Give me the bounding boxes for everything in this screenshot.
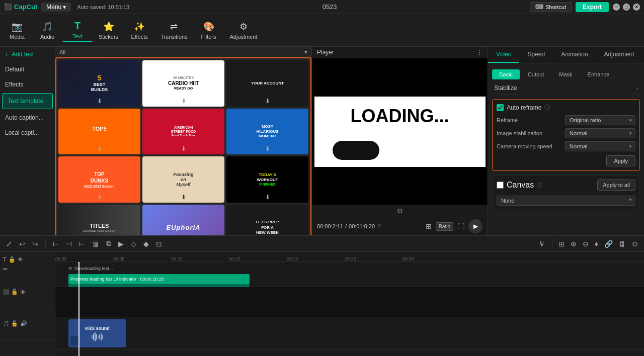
- cursor-tool-button[interactable]: ⤢: [4, 239, 14, 249]
- playhead[interactable]: [78, 262, 79, 356]
- tab-speed[interactable]: Speed: [519, 47, 553, 63]
- template-american[interactable]: AMERICAN STREET FOOD Food Truck Tour ⬇: [142, 109, 224, 155]
- image-stab-select[interactable]: Normal: [565, 128, 635, 138]
- tool-filters[interactable]: 🎨 Filters: [194, 19, 224, 42]
- shortcut-button[interactable]: ⌨ Shortcut: [530, 2, 572, 12]
- minimize-button[interactable]: ─: [613, 4, 620, 11]
- ruler-mark-0: 00:00: [55, 256, 67, 261]
- timeline-area: ⤢ ↩ ↪ ⊢ ⊣ ⊢ 🗑 ⧉ ▶ ◇ ◆ ⊡ 🎙 ⊞ ⊕ ⊖ ♦ 🔗 🎛 ⊙: [0, 235, 644, 356]
- add-text-button[interactable]: + Add text: [0, 47, 55, 62]
- keyframe-button[interactable]: ◆: [141, 239, 151, 249]
- right-panel-content: Basic Cutout Mask Enhance Stabilize › Au…: [488, 63, 644, 235]
- tool-audio[interactable]: 🎵 Audio: [32, 19, 62, 42]
- template-focusing[interactable]: FocusingonMyself ⬇: [142, 156, 224, 203]
- subtab-mask[interactable]: Mask: [552, 69, 579, 79]
- undo-button[interactable]: ↩: [17, 239, 27, 249]
- playhead-icon[interactable]: ⊙: [397, 207, 403, 215]
- template-todays[interactable]: TODAY'S WORKOUT FINISHED ⬇: [226, 156, 308, 203]
- link-button[interactable]: 🔗: [602, 239, 615, 249]
- kick-sound-clip[interactable]: Kick sound: [68, 319, 126, 347]
- play-button[interactable]: ▶: [468, 219, 482, 233]
- mute-audio-icon[interactable]: 🔊: [20, 320, 27, 327]
- microphone-button[interactable]: 🎙: [537, 239, 548, 249]
- canvas-header: Canvas ⓘ Apply to all: [497, 180, 635, 191]
- maximize-button[interactable]: □: [623, 4, 630, 11]
- split-button[interactable]: ⊢: [51, 239, 61, 249]
- tab-animation[interactable]: Animation: [553, 47, 596, 63]
- zoom-fit-button[interactable]: ⊞: [556, 239, 567, 249]
- sidebar-item-auto-caption[interactable]: Auto caption...: [0, 110, 55, 125]
- more-button[interactable]: ⊡: [154, 239, 164, 249]
- tool-transitions[interactable]: ⇌ Transitions: [154, 19, 193, 42]
- camera-speed-select[interactable]: Normal: [565, 141, 635, 151]
- template-lets-prep[interactable]: LET'S PREP FOR A NEW WEEK ⬇: [226, 205, 308, 235]
- clock-button[interactable]: ⊙: [630, 239, 640, 249]
- tool-text[interactable]: T Text: [62, 18, 93, 42]
- duplicate-button[interactable]: ⧉: [104, 238, 113, 249]
- templates-grid: 5 BEST BUILDS ⬇ 30 MINUTES CARDIO HIIT R…: [55, 57, 311, 235]
- close-button[interactable]: ✕: [633, 4, 640, 11]
- subtab-basic[interactable]: Basic: [492, 69, 520, 79]
- audio-mixer-button[interactable]: 🎛: [617, 239, 628, 249]
- export-button[interactable]: Export: [576, 2, 609, 12]
- apply-button[interactable]: Apply: [606, 155, 635, 166]
- trim-end-button[interactable]: ⊢: [77, 239, 87, 249]
- sidebar-item-effects[interactable]: Effects: [0, 77, 55, 92]
- tab-adjustment[interactable]: Adjustment: [596, 47, 642, 63]
- menu-button[interactable]: Menu ▾: [41, 3, 71, 12]
- redo-button[interactable]: ↪: [30, 239, 40, 249]
- subtab-cutout[interactable]: Cutout: [521, 69, 551, 79]
- template-euphoria[interactable]: EUphorIA ⬇: [142, 205, 224, 235]
- tool-media[interactable]: 📷 Media: [2, 19, 32, 42]
- delete-button[interactable]: 🗑: [90, 239, 101, 249]
- template-most[interactable]: MOST HILARIOUS MOMENT ⬇: [226, 109, 308, 155]
- sidebar-item-local-caption[interactable]: Local capti...: [0, 125, 55, 140]
- templates-filter-label: All: [59, 49, 65, 55]
- stickers-icon: ⭐: [103, 21, 114, 32]
- template-best-builds[interactable]: 5 BEST BUILDS ⬇: [58, 60, 140, 107]
- right-panel: Video Speed Animation Adjustment Basic C…: [488, 47, 644, 235]
- lock-track-icon[interactable]: 🔓: [9, 256, 16, 263]
- apply-to-all-button[interactable]: Apply to all: [597, 180, 635, 191]
- ruler-mark-30: 00:30: [403, 256, 414, 261]
- tab-video[interactable]: Video: [488, 47, 519, 63]
- fullscreen-button[interactable]: ⛶: [457, 222, 464, 230]
- filter-icon[interactable]: ▾: [304, 49, 307, 55]
- fit-to-screen-button[interactable]: ⊞: [426, 222, 432, 230]
- timeline-ruler: 00:00 00:05 00:10 00:15 00:20 00:25 00:3…: [55, 252, 644, 262]
- eye-track-icon[interactable]: 👁: [18, 256, 23, 262]
- play-segment-button[interactable]: ▶: [116, 239, 126, 249]
- canvas-checkbox[interactable]: [497, 182, 504, 189]
- canvas-info-icon[interactable]: ⓘ: [537, 182, 542, 189]
- zoom-in-button[interactable]: ⊕: [569, 239, 579, 249]
- tool-adjustment[interactable]: ⚙ Adjustment: [224, 19, 264, 42]
- mark-button[interactable]: ◇: [129, 239, 138, 249]
- lock-main-icon[interactable]: 🔓: [11, 289, 18, 295]
- tool-stickers[interactable]: ⭐ Stickers: [93, 19, 124, 42]
- auto-reframe-info-icon[interactable]: ⓘ: [544, 104, 550, 111]
- trim-start-button[interactable]: ⊣: [64, 239, 74, 249]
- eye-main-icon[interactable]: 👁: [20, 289, 26, 295]
- reframe-select[interactable]: Original ratio: [565, 115, 635, 125]
- auto-reframe-checkbox[interactable]: [497, 104, 504, 111]
- edit-track-icon[interactable]: ✏: [3, 266, 8, 273]
- ratio-button[interactable]: Ratio: [436, 222, 453, 231]
- marker-button[interactable]: ♦: [593, 239, 600, 249]
- subtab-enhance[interactable]: Enhance: [581, 69, 616, 79]
- video-track-label: T 🔓 👁 ✏: [0, 252, 55, 277]
- sidebar-item-default[interactable]: Default: [0, 62, 55, 77]
- zoom-out-button[interactable]: ⊖: [581, 239, 591, 249]
- sidebar-item-text-template[interactable]: Text template: [2, 93, 53, 109]
- lock-audio-icon[interactable]: 🔓: [11, 320, 18, 327]
- template-top-dunks[interactable]: TOP DUNKS 2022-2023 Season ⬇: [58, 156, 140, 203]
- tool-effects[interactable]: ✨ Effects: [124, 19, 154, 42]
- timeline-ruler-area: 00:00 00:05 00:10 00:15 00:20 00:25 00:3…: [55, 252, 644, 356]
- stabilize-chevron-icon[interactable]: ›: [636, 85, 638, 91]
- text-clip[interactable]: Progress loading bar UI indicator 00:00:…: [68, 274, 250, 284]
- template-titles[interactable]: TITLES CHANGE TEXT EASILY ↻: [58, 205, 140, 235]
- template-top5[interactable]: TOP5FREE! ⬇: [58, 109, 140, 155]
- player-menu-icon[interactable]: ⋮: [476, 49, 482, 56]
- template-cardio[interactable]: 30 MINUTES CARDIO HIIT READY GO ⬇: [142, 60, 224, 107]
- template-your-account[interactable]: YOUR ACCOUNT ⬇: [226, 60, 308, 107]
- canvas-select[interactable]: None: [497, 196, 635, 206]
